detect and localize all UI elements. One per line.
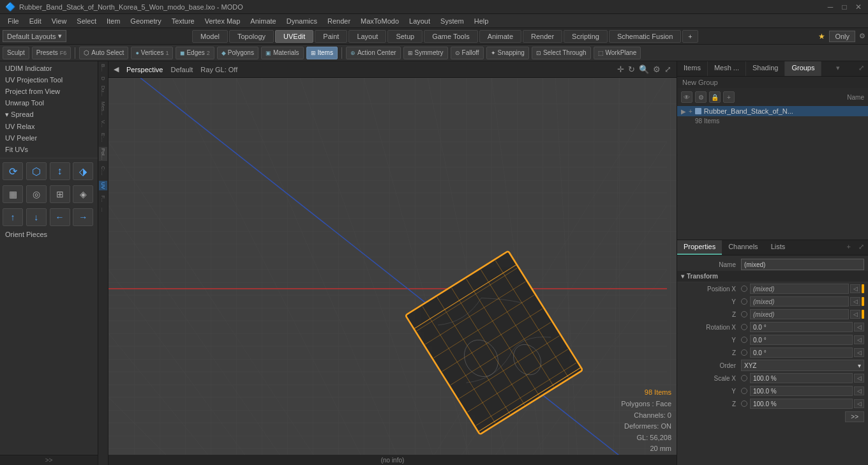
tab-scripting[interactable]: Scripting (564, 30, 608, 43)
action-center-button[interactable]: ⊕ Action Center (346, 47, 401, 59)
right-tab-expand[interactable]: ▾ (832, 61, 844, 76)
menu-maxtomodo[interactable]: MaxToModo (355, 16, 404, 26)
edges-button[interactable]: ◼ Edges 2 (176, 47, 214, 59)
tool-icon-grid[interactable]: ▦ (3, 185, 23, 203)
polygons-button[interactable]: ◆ Polygons (217, 47, 258, 59)
tab-add[interactable]: + (682, 30, 698, 43)
menu-animate[interactable]: Animate (245, 16, 281, 26)
viewport-icon-refresh[interactable]: ↻ (628, 65, 635, 74)
items-button[interactable]: ⊞ Items (306, 47, 338, 59)
props-name-input[interactable] (741, 259, 864, 270)
props-sx-radio[interactable] (741, 375, 747, 381)
props-pz-radio[interactable] (741, 311, 747, 317)
props-py-drag[interactable] (862, 297, 864, 306)
symmetry-button[interactable]: ⊞ Symmetry (403, 47, 448, 59)
menu-geometry[interactable]: Geometry (125, 16, 166, 26)
props-px-drag[interactable] (862, 284, 864, 293)
tab-topology[interactable]: Topology (229, 30, 274, 43)
menu-dynamics[interactable]: Dynamics (281, 16, 322, 26)
tab-paint[interactable]: Paint (315, 30, 347, 43)
viewport-raygl[interactable]: Ray GL: Off (200, 66, 237, 73)
presets-button[interactable]: Presets F6 (32, 47, 71, 59)
props-rz-btn[interactable]: ◁ (854, 348, 864, 357)
props-tab-channels[interactable]: Channels (722, 240, 764, 255)
right-tab-shading[interactable]: Shading (746, 61, 785, 76)
props-ry-btn[interactable]: ◁ (854, 335, 864, 344)
props-px-radio[interactable] (741, 286, 747, 292)
props-transform-header[interactable]: ▾ Transform (677, 271, 868, 282)
tab-gametools[interactable]: Game Tools (424, 30, 478, 43)
arrow-right[interactable]: → (73, 208, 93, 226)
props-sz-btn[interactable]: ◁ (854, 399, 864, 408)
materials-button[interactable]: ▣ Materials (261, 47, 304, 59)
viewport-icon-settings[interactable]: ⚙ (653, 65, 661, 74)
tab-schematicfusion[interactable]: Schematic Fusion (609, 30, 681, 43)
menu-system[interactable]: System (435, 16, 469, 26)
props-order-dropdown[interactable]: XYZ ▾ (741, 360, 864, 371)
arrow-down[interactable]: ↓ (26, 208, 47, 226)
vertices-button[interactable]: ● Vertices 1 (131, 47, 173, 59)
viewport-perspective[interactable]: Perspective (126, 66, 163, 73)
arrow-left[interactable]: ← (50, 208, 70, 226)
workplane-button[interactable]: ⬚ WorkPlane (594, 47, 641, 59)
side-tab-uv[interactable]: UV (99, 181, 107, 190)
viewport-icon-zoom[interactable]: 🔍 (639, 65, 649, 74)
menu-edit[interactable]: Edit (24, 16, 47, 26)
props-tab-properties[interactable]: Properties (677, 240, 722, 255)
expand-button[interactable]: >> (0, 455, 98, 465)
tool-icon-box[interactable]: ◈ (73, 185, 93, 203)
minimize-button[interactable]: ─ (826, 3, 835, 11)
vis-lock-button[interactable]: 🔒 (709, 91, 721, 103)
uv-relax[interactable]: UV Relax (0, 121, 98, 132)
props-sx-btn[interactable]: ◁ (854, 374, 864, 383)
props-rotation-y-value[interactable]: 0.0 ° (750, 335, 853, 345)
props-scale-x-value[interactable]: 100.0 % (750, 373, 853, 383)
layout-dropdown[interactable]: Default Layouts ▾ (3, 30, 66, 42)
only-button[interactable]: Only (829, 31, 855, 42)
props-add-btn[interactable]: + (843, 240, 855, 255)
viewport-icon-orient[interactable]: ✛ (617, 65, 624, 74)
props-scale-z-value[interactable]: 100.0 % (750, 399, 853, 409)
falloff-button[interactable]: ⊙ Falloff (451, 47, 484, 59)
list-item[interactable]: ▶ + Rubber_Band_Stack_of_N... (677, 106, 868, 116)
project-from-view[interactable]: Project from View (0, 86, 98, 97)
props-maximize-btn[interactable]: ⤢ (855, 240, 868, 255)
vis-render-button[interactable]: ⚙ (695, 91, 707, 103)
menu-help[interactable]: Help (469, 16, 494, 26)
menu-vertexmap[interactable]: Vertex Map (200, 16, 246, 26)
props-rx-btn[interactable]: ◁ (854, 323, 864, 332)
props-pz-btn[interactable]: ◁ (850, 310, 860, 319)
menu-view[interactable]: View (47, 16, 72, 26)
props-rotation-x-value[interactable]: 0.0 ° (750, 322, 853, 332)
right-tab-mesh[interactable]: Mesh ... (708, 61, 746, 76)
side-tab-pol[interactable]: Pol... (99, 147, 107, 161)
right-tab-items[interactable]: Items (677, 61, 708, 76)
snapping-button[interactable]: ✦ Snapping (486, 47, 529, 59)
props-rx-radio[interactable] (741, 324, 747, 330)
viewport-default[interactable]: Default (170, 66, 193, 73)
props-position-x-value[interactable]: (mixed) (750, 284, 849, 294)
star-button[interactable]: ★ (818, 32, 825, 41)
side-tab-b[interactable]: B... (100, 64, 106, 72)
props-scale-y-value[interactable]: 100.0 % (750, 386, 853, 396)
menu-file[interactable]: File (3, 16, 24, 26)
props-position-y-value[interactable]: (mixed) (750, 296, 849, 307)
side-tab-d[interactable]: D (100, 77, 106, 80)
props-ry-radio[interactable] (741, 337, 747, 343)
viewport-canvas[interactable]: RUBBER BAND X Y Z (108, 78, 677, 465)
vis-add-button[interactable]: + (723, 91, 735, 103)
tool-icon-sphere[interactable]: ◎ (26, 185, 47, 203)
props-position-z-value[interactable]: (mixed) (750, 309, 849, 319)
props-rz-radio[interactable] (741, 349, 747, 356)
tab-layout[interactable]: Layout (348, 30, 386, 43)
menu-layout[interactable]: Layout (404, 16, 435, 26)
side-tab-c[interactable]: C:... (100, 166, 106, 176)
vp-nav-left[interactable]: ◀ (114, 65, 119, 73)
props-px-btn[interactable]: ◁ (850, 284, 860, 293)
tool-icon-move[interactable]: ⟳ (3, 162, 23, 180)
orient-pieces[interactable]: Orient Pieces (0, 229, 98, 240)
arrow-up[interactable]: ↑ (3, 208, 23, 226)
vis-eye-button[interactable]: 👁 (681, 91, 692, 103)
props-rotation-z-value[interactable]: 0.0 ° (750, 347, 853, 358)
props-py-btn[interactable]: ◁ (850, 297, 860, 306)
